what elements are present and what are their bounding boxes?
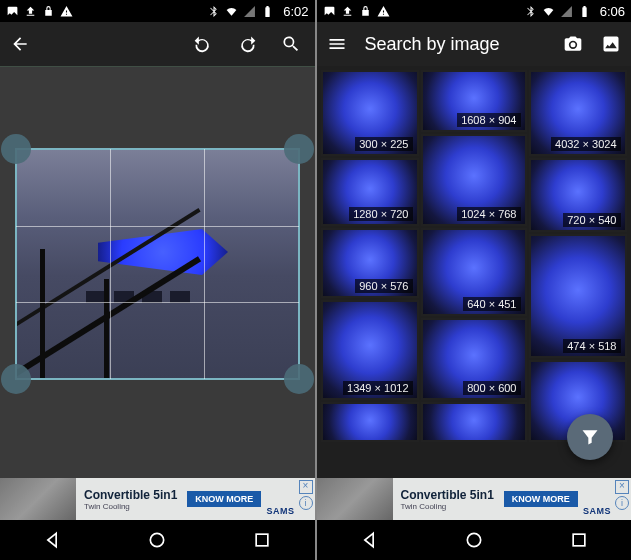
back-icon[interactable] bbox=[10, 34, 30, 54]
ad-tagline: Twin Cooling bbox=[84, 502, 177, 511]
nav-bar bbox=[317, 520, 632, 560]
ad-close-icon[interactable]: × bbox=[615, 480, 629, 494]
result-dimensions: 640 × 451 bbox=[463, 297, 520, 311]
result-thumb bbox=[323, 404, 417, 440]
crop-canvas[interactable] bbox=[0, 67, 315, 478]
result-dimensions: 720 × 540 bbox=[563, 213, 620, 227]
rotate-right-icon[interactable] bbox=[237, 34, 257, 54]
clock: 6:06 bbox=[600, 4, 625, 19]
ad-product-image bbox=[0, 478, 76, 520]
crop-handle-tr[interactable] bbox=[284, 134, 314, 164]
ad-info-icon[interactable]: i bbox=[615, 496, 629, 510]
bluetooth-icon bbox=[207, 5, 220, 18]
battery-icon bbox=[261, 5, 274, 18]
ad-partner: SAMS bbox=[583, 506, 611, 516]
filter-fab[interactable] bbox=[567, 414, 613, 460]
results-grid[interactable]: 300 × 2251608 × 9044032 × 30241280 × 720… bbox=[317, 66, 632, 478]
camera-icon[interactable] bbox=[563, 34, 583, 54]
battery-icon bbox=[578, 5, 591, 18]
crop-handle-br[interactable] bbox=[284, 364, 314, 394]
upload-icon bbox=[341, 5, 354, 18]
result-dimensions: 1349 × 1012 bbox=[343, 381, 412, 395]
signal-icon bbox=[243, 5, 256, 18]
result-tile[interactable]: 1608 × 904 bbox=[421, 70, 527, 132]
nav-recent-icon[interactable] bbox=[569, 530, 589, 550]
ad-banner[interactable]: Convertible 5in1 Twin Cooling KNOW MORE … bbox=[0, 478, 315, 520]
image-icon bbox=[323, 5, 336, 18]
status-bar: 6:02 bbox=[0, 0, 315, 22]
search-icon[interactable] bbox=[281, 34, 301, 54]
result-tile[interactable] bbox=[421, 402, 527, 442]
menu-icon[interactable] bbox=[327, 34, 347, 54]
result-tile[interactable]: 640 × 451 bbox=[421, 228, 527, 316]
gallery-icon[interactable] bbox=[601, 34, 621, 54]
result-dimensions: 1280 × 720 bbox=[349, 207, 412, 221]
result-tile[interactable]: 720 × 540 bbox=[529, 158, 627, 232]
result-dimensions: 1608 × 904 bbox=[457, 113, 520, 127]
result-tile[interactable]: 4032 × 3024 bbox=[529, 70, 627, 156]
warning-icon bbox=[60, 5, 73, 18]
svg-rect-3 bbox=[573, 534, 585, 546]
ad-tagline: Twin Cooling bbox=[401, 502, 494, 511]
bluetooth-icon bbox=[524, 5, 537, 18]
result-thumb bbox=[423, 404, 525, 440]
nav-home-icon[interactable] bbox=[147, 530, 167, 550]
result-tile[interactable]: 800 × 600 bbox=[421, 318, 527, 400]
result-tile[interactable]: 960 × 576 bbox=[321, 228, 419, 298]
clock: 6:02 bbox=[283, 4, 308, 19]
page-title: Search by image bbox=[365, 34, 546, 55]
nav-home-icon[interactable] bbox=[464, 530, 484, 550]
result-dimensions: 474 × 518 bbox=[563, 339, 620, 353]
result-tile[interactable] bbox=[321, 402, 419, 442]
rotate-left-icon[interactable] bbox=[193, 34, 213, 54]
result-dimensions: 300 × 225 bbox=[355, 137, 412, 151]
result-dimensions: 800 × 600 bbox=[463, 381, 520, 395]
upload-icon bbox=[24, 5, 37, 18]
crop-handle-bl[interactable] bbox=[1, 364, 31, 394]
ad-banner[interactable]: Convertible 5in1 Twin Cooling KNOW MORE … bbox=[317, 478, 632, 520]
appbar-crop bbox=[0, 22, 315, 66]
wifi-icon bbox=[542, 5, 555, 18]
wifi-icon bbox=[225, 5, 238, 18]
ad-cta[interactable]: KNOW MORE bbox=[187, 491, 261, 507]
result-dimensions: 960 × 576 bbox=[355, 279, 412, 293]
crop-handle-tl[interactable] bbox=[1, 134, 31, 164]
image-icon bbox=[6, 5, 19, 18]
status-bar: 6:06 bbox=[317, 0, 632, 22]
phone-right: 6:06 Search by image 300 × 2251608 × 904… bbox=[315, 0, 632, 560]
ad-partner: SAMS bbox=[266, 506, 294, 516]
nav-back-icon[interactable] bbox=[359, 530, 379, 550]
result-tile[interactable]: 1349 × 1012 bbox=[321, 300, 419, 400]
nav-back-icon[interactable] bbox=[42, 530, 62, 550]
phone-left: 6:02 Con bbox=[0, 0, 315, 560]
svg-rect-1 bbox=[256, 534, 268, 546]
ad-cta[interactable]: KNOW MORE bbox=[504, 491, 578, 507]
result-tile[interactable]: 474 × 518 bbox=[529, 234, 627, 358]
nav-bar bbox=[0, 520, 315, 560]
ad-close-icon[interactable]: × bbox=[299, 480, 313, 494]
warning-icon bbox=[377, 5, 390, 18]
filter-icon bbox=[580, 427, 600, 447]
ad-info-icon[interactable]: i bbox=[299, 496, 313, 510]
ad-product-image bbox=[317, 478, 393, 520]
nav-recent-icon[interactable] bbox=[252, 530, 272, 550]
lock-icon bbox=[42, 5, 55, 18]
result-dimensions: 1024 × 768 bbox=[457, 207, 520, 221]
signal-icon bbox=[560, 5, 573, 18]
lock-icon bbox=[359, 5, 372, 18]
ad-brand: Convertible 5in1 bbox=[401, 488, 494, 502]
result-dimensions: 4032 × 3024 bbox=[551, 137, 620, 151]
result-tile[interactable]: 1024 × 768 bbox=[421, 134, 527, 226]
svg-point-2 bbox=[467, 533, 480, 546]
appbar-results: Search by image bbox=[317, 22, 632, 66]
result-thumb bbox=[531, 236, 625, 356]
result-tile[interactable]: 1280 × 720 bbox=[321, 158, 419, 226]
svg-point-0 bbox=[151, 533, 164, 546]
crop-overlay[interactable] bbox=[16, 149, 299, 379]
result-tile[interactable]: 300 × 225 bbox=[321, 70, 419, 156]
ad-brand: Convertible 5in1 bbox=[84, 488, 177, 502]
